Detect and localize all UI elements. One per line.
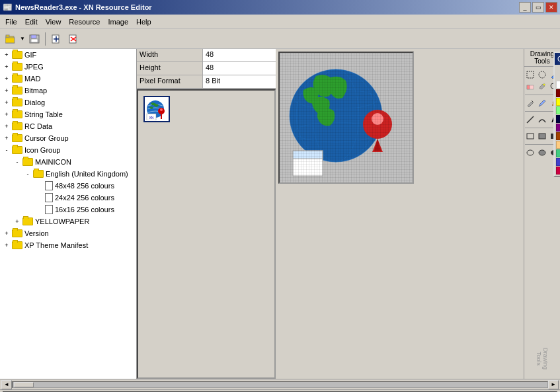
- expand-icon-yellowpaper[interactable]: +: [12, 216, 22, 227]
- tree-item-16x16[interactable]: + 16x16 256 colours: [0, 204, 136, 216]
- tool-rect-outline[interactable]: [525, 131, 536, 141]
- expand-icon-xptheme[interactable]: +: [1, 240, 12, 251]
- tree-item-mainicon[interactable]: - MAINICON: [0, 156, 136, 168]
- menu-resource[interactable]: Resource: [65, 17, 104, 27]
- expand-icon-rcdata[interactable]: +: [1, 121, 12, 132]
- tree-item-gif[interactable]: + GIF: [0, 49, 136, 61]
- tree-item-24x24[interactable]: + 24x24 256 colours: [0, 192, 136, 204]
- folder-icon-dialog: [12, 98, 22, 106]
- colour-cell-5[interactable]: [556, 89, 560, 97]
- tree-item-icongroup[interactable]: - Icon Group: [0, 144, 136, 156]
- folder-icon-mad: [12, 75, 22, 83]
- tool-select-rect[interactable]: [525, 69, 536, 80]
- svg-rect-1: [6, 35, 9, 37]
- props-row-width: Width 48: [137, 49, 276, 62]
- scroll-track[interactable]: [12, 381, 548, 388]
- tree-item-mad[interactable]: + MAD: [0, 73, 136, 85]
- colours-body: [555, 65, 560, 176]
- tree-item-rcdata[interactable]: + RC Data: [0, 120, 136, 132]
- colour-cell-0[interactable]: [556, 81, 560, 89]
- menu-image[interactable]: Image: [104, 17, 132, 27]
- tool-eyedropper[interactable]: [537, 81, 547, 92]
- tree-item-48x48[interactable]: + 48x48 256 colours: [0, 180, 136, 192]
- doc-icon-16x16: [45, 205, 53, 214]
- tree-item-jpeg[interactable]: + JPEG: [0, 61, 136, 73]
- colour-cell-50[interactable]: [556, 167, 560, 175]
- tree-item-yellowpaper[interactable]: + YELLOWPAPER: [0, 216, 136, 227]
- expand-icon-gif[interactable]: +: [1, 50, 12, 60]
- props-value-pixelformat: 8 Bit: [203, 75, 276, 88]
- folder-icon-yellowpaper: [22, 217, 33, 225]
- tree-item-xptheme[interactable]: + XP Theme Manifest: [0, 239, 136, 251]
- expand-icon-mainicon[interactable]: -: [12, 157, 22, 167]
- tool-pencil[interactable]: [525, 98, 536, 108]
- minimize-button[interactable]: _: [519, 2, 531, 13]
- expand-icon-stringtable[interactable]: +: [1, 109, 12, 120]
- tree-item-bitmap[interactable]: + Bitmap: [0, 85, 136, 97]
- svg-rect-5: [31, 39, 38, 42]
- close-button[interactable]: ✕: [545, 2, 557, 13]
- menu-file[interactable]: File: [1, 17, 21, 27]
- tool-select-lasso[interactable]: [537, 69, 547, 80]
- tree-label-24x24: 24x24 256 colours: [55, 194, 114, 202]
- menu-edit[interactable]: Edit: [21, 17, 42, 27]
- scroll-left-button[interactable]: ◄: [1, 380, 12, 389]
- pixel-canvas[interactable]: [278, 52, 414, 184]
- tool-eraser[interactable]: [525, 81, 536, 92]
- expand-icon-jpeg[interactable]: +: [1, 61, 12, 72]
- expand-icon-dialog[interactable]: +: [1, 97, 12, 108]
- new-resource-button[interactable]: [48, 32, 64, 46]
- tool-ellipse-outline[interactable]: [525, 147, 536, 158]
- save-dropdown-button[interactable]: ▼: [20, 32, 25, 46]
- tree-label-yellowpaper: YELLOWPAPER: [35, 217, 89, 225]
- expand-icon-icongroup[interactable]: -: [1, 145, 12, 155]
- colour-cell-30[interactable]: [556, 132, 560, 140]
- delete-resource-button[interactable]: [65, 32, 81, 46]
- icon-thumbnail-mainicon[interactable]: XN: [143, 96, 170, 122]
- tree-item-stringtable[interactable]: + String Table: [0, 108, 136, 120]
- scroll-right-button[interactable]: ►: [548, 380, 559, 389]
- maximize-button[interactable]: ▭: [532, 2, 544, 13]
- tool-rect-semi[interactable]: [537, 131, 547, 141]
- tool-curve[interactable]: [537, 114, 547, 125]
- expand-icon-version[interactable]: +: [1, 228, 12, 239]
- menu-help[interactable]: Help: [132, 17, 155, 27]
- tree-item-dialog[interactable]: + Dialog: [0, 97, 136, 108]
- tool-brush[interactable]: [537, 98, 547, 108]
- tree-label-version: Version: [24, 229, 49, 237]
- save-button[interactable]: [26, 32, 42, 46]
- tree-item-version[interactable]: + Version: [0, 227, 136, 239]
- tree-item-english[interactable]: - English (United Kingdom): [0, 168, 136, 180]
- open-button[interactable]: [3, 32, 19, 46]
- colour-cell-10[interactable]: [556, 98, 560, 106]
- folder-icon-gif: [12, 51, 22, 59]
- props-label-height: Height: [137, 62, 203, 75]
- svg-rect-43: [527, 134, 534, 139]
- tree-label-stringtable: String Table: [24, 110, 63, 118]
- expand-icon-cursorgroup[interactable]: +: [1, 133, 12, 143]
- tool-ellipse-semi[interactable]: [537, 147, 547, 158]
- menu-view[interactable]: View: [42, 17, 65, 27]
- svg-point-46: [527, 150, 534, 155]
- folder-icon-icongroup: [12, 146, 22, 154]
- colour-cell-40[interactable]: [556, 149, 560, 157]
- tool-line[interactable]: [525, 114, 536, 125]
- tree-label-16x16: 16x16 256 colours: [55, 206, 114, 214]
- colour-cell-45[interactable]: [556, 158, 560, 166]
- folder-icon-xptheme: [12, 241, 22, 249]
- tree-label-icongroup: Icon Group: [24, 146, 60, 154]
- colour-cell-20[interactable]: [556, 115, 560, 123]
- svg-rect-2: [5, 38, 15, 43]
- tree-item-cursorgroup[interactable]: + Cursor Group: [0, 132, 136, 144]
- drawing-tools-footer: Drawing Tools: [524, 339, 560, 379]
- expand-icon-english[interactable]: -: [22, 169, 33, 179]
- colour-cell-35[interactable]: [556, 141, 560, 149]
- title-bar: 📰 NewsReader3.exe - XN Resource Editor _…: [0, 0, 560, 15]
- colour-cell-15[interactable]: [556, 106, 560, 114]
- colour-cell-25[interactable]: [556, 124, 560, 132]
- colours-panel: Colours ✕: [553, 52, 560, 177]
- tree-label-jpeg: JPEG: [24, 63, 44, 71]
- scroll-thumb[interactable]: [14, 382, 34, 387]
- expand-icon-bitmap[interactable]: +: [1, 85, 12, 96]
- expand-icon-mad[interactable]: +: [1, 73, 12, 84]
